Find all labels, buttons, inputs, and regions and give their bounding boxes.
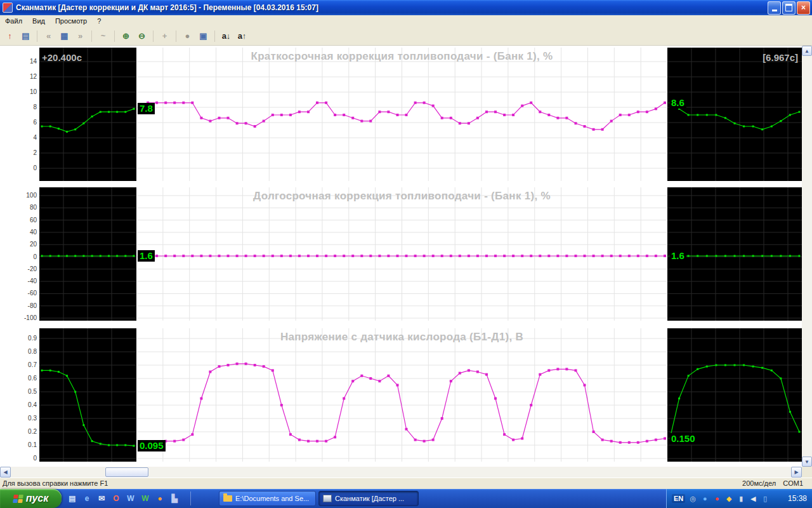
left-value-badge: 7.8 (138, 103, 155, 114)
y-tick-label: -100 (24, 314, 37, 321)
close-button[interactable]: × (797, 1, 810, 15)
y-tick-label: -80 (28, 302, 37, 309)
window-time-label: [6.967с] (763, 52, 798, 63)
taskbar: пуск ▤e✉OWW●▙ E:\Documents and Se... Ска… (0, 489, 812, 508)
volume-tray-icon[interactable]: ◀ (749, 494, 757, 503)
ie-icon[interactable]: e (82, 493, 92, 504)
y-tick-label: -20 (28, 265, 37, 272)
usb-tray-icon[interactable]: ▮ (737, 494, 745, 503)
antivirus-tray-icon[interactable]: ● (712, 494, 721, 503)
show-desktop-icon[interactable]: ▤ (67, 493, 77, 504)
alert-tray-icon[interactable]: ◆ (724, 494, 733, 503)
maximize-icon (785, 4, 792, 11)
status-right-panel: 200мс/дел COM1 (737, 479, 803, 487)
word-icon[interactable]: W (126, 493, 136, 504)
chart-panel-dark (667, 48, 802, 181)
network-tray-icon[interactable]: ▯ (761, 494, 769, 503)
scroll-up-button[interactable]: ▲ (802, 46, 812, 56)
y-tick-label: 20 (30, 241, 37, 248)
mail-icon[interactable]: ✉ (96, 493, 107, 504)
menu-item-2[interactable]: Просмотр (50, 16, 92, 26)
y-tick-label: 0 (33, 253, 37, 260)
toolbar-separator (176, 30, 176, 42)
language-indicator[interactable]: EN (672, 494, 685, 503)
save-icon[interactable]: ▙ (169, 493, 180, 504)
start-button[interactable]: пуск (0, 489, 62, 508)
scroll-right-button[interactable]: ▶ (791, 467, 802, 478)
webmoney-icon[interactable]: W (140, 493, 150, 504)
y-tick-label: 8 (33, 104, 37, 110)
y-tick-label: 0.8 (28, 348, 37, 355)
jump-start-icon[interactable]: ↑ (3, 29, 17, 43)
y-tick-label: 0.7 (28, 361, 37, 368)
app-icon (3, 3, 13, 13)
scrollbar-corner (802, 467, 812, 478)
y-tick-label: 80 (30, 204, 37, 211)
app-window: Сканматик [Дастер коррекции и ДК март 20… (0, 0, 812, 508)
window-title: Сканматик [Дастер коррекции и ДК март 20… (16, 3, 768, 12)
y-tick-label: 100 (26, 192, 37, 199)
maximize-button[interactable] (782, 1, 796, 15)
browser-icon[interactable]: ● (155, 493, 165, 504)
menu-item-3[interactable]: ? (92, 16, 106, 26)
magnifier-tray-icon[interactable]: ◎ (688, 494, 697, 503)
variables-table-icon[interactable]: ▦ (57, 29, 72, 43)
zoom-in-icon[interactable]: ⊕ (119, 29, 133, 43)
y-tick-label: 4 (33, 134, 37, 141)
page-prev-icon[interactable]: « (41, 29, 56, 43)
menu-bar: ФайлВидПросмотр? (0, 15, 812, 27)
horizontal-scrollbar[interactable]: ◀ ▶ (0, 467, 802, 478)
font-decrease-icon[interactable]: a↓ (219, 29, 233, 43)
taskbar-task-scanmatic[interactable]: Сканматик [Дастер ... (318, 491, 419, 506)
y-tick-label: 40 (30, 229, 37, 236)
scrollbar-thumb[interactable] (105, 467, 148, 477)
y-tick-label: 12 (30, 73, 37, 80)
com-port-label: COM1 (783, 479, 803, 487)
cursor-icon[interactable]: + (157, 29, 172, 43)
app-window-icon (323, 495, 332, 502)
chart-panel-dark (39, 187, 136, 321)
start-button-label: пуск (26, 493, 49, 504)
snapshot-icon[interactable]: ▣ (196, 29, 211, 43)
chart-title: Напряжение с датчика кислорода (Б1-Д1), … (136, 331, 667, 344)
toolbar-separator (37, 30, 37, 42)
y-tick-label: 0.3 (28, 415, 37, 422)
task-label: Сканматик [Дастер ... (335, 495, 404, 502)
task-label: E:\Documents and Se... (235, 495, 309, 502)
waveform-icon[interactable]: ~ (96, 29, 110, 43)
opera-icon[interactable]: O (111, 493, 121, 504)
y-tick-label: 0 (33, 164, 37, 171)
timebase-label: 200мс/дел (742, 479, 776, 487)
chart-panel-light (136, 187, 667, 321)
y-tick-label: 60 (30, 217, 37, 224)
elapsed-time-label: +20.400с (42, 52, 82, 63)
notes-icon[interactable]: ▤ (18, 29, 33, 43)
scroll-left-button[interactable]: ◀ (0, 467, 11, 478)
app-tray-icon[interactable]: ● (700, 494, 709, 503)
zoom-out-icon[interactable]: ⊖ (134, 29, 149, 43)
y-tick-label: -40 (28, 277, 37, 284)
font-increase-icon[interactable]: a↑ (235, 29, 249, 43)
right-value-badge: 8.6 (669, 97, 686, 109)
y-axis-labels: 0.90.80.70.60.50.40.30.20.10 (0, 328, 39, 462)
y-tick-label: 0.9 (28, 335, 37, 342)
y-tick-label: 2 (33, 149, 37, 156)
record-icon[interactable]: ● (180, 29, 195, 43)
charts-area: +20.400с [6.967с] 14121086420Краткосрочн… (0, 46, 802, 467)
minimize-button[interactable] (768, 1, 781, 15)
title-bar: Сканматик [Дастер коррекции и ДК март 20… (0, 0, 812, 15)
page-next-icon[interactable]: » (73, 29, 88, 43)
chart-row-3: 0.90.80.70.60.50.40.30.20.10Напряжение с… (0, 328, 802, 462)
chart-panel-dark (39, 328, 136, 462)
taskbar-task-explorer[interactable]: E:\Documents and Se... (219, 491, 316, 506)
quick-launch-bar: ▤e✉OWW●▙ (65, 489, 180, 508)
menu-item-1[interactable]: Вид (27, 16, 50, 26)
minimize-icon (772, 10, 777, 11)
vertical-scrollbar[interactable]: ▲ ▼ (802, 46, 812, 467)
chart-panel-light (136, 48, 667, 181)
left-value-badge: 1.6 (138, 250, 155, 262)
scroll-down-button[interactable]: ▼ (802, 457, 812, 467)
menu-item-0[interactable]: Файл (0, 16, 27, 26)
taskbar-divider (190, 491, 191, 505)
y-tick-label: 14 (30, 58, 37, 65)
